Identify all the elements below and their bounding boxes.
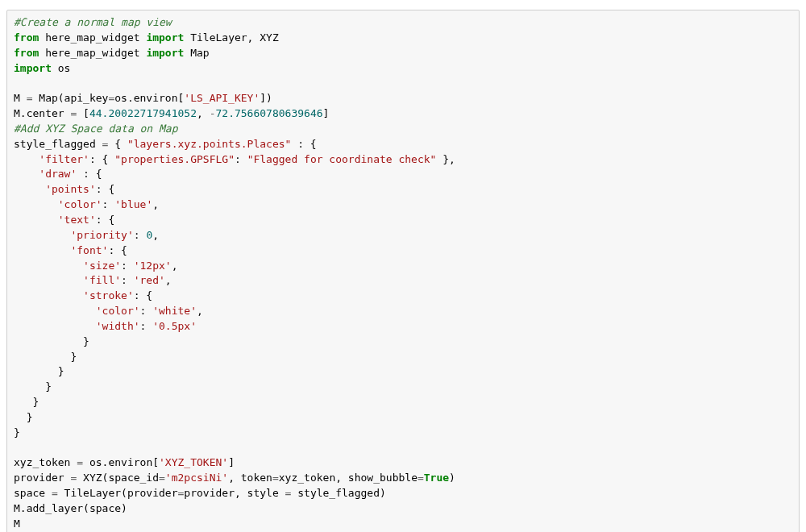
- code-cell[interactable]: #Create a normal map view from here_map_…: [6, 10, 800, 532]
- comment: #Create a normal map view: [14, 16, 172, 28]
- code-content: #Create a normal map view from here_map_…: [14, 15, 792, 532]
- keyword-from: from: [14, 31, 39, 44]
